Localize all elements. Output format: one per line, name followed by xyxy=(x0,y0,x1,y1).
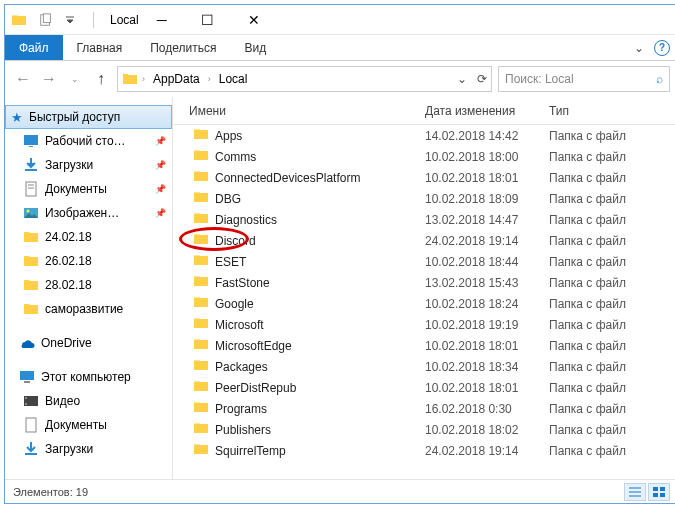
onedrive-icon xyxy=(19,335,35,351)
column-headers[interactable]: Имени Дата изменения Тип xyxy=(173,97,675,125)
file-name: MicrosoftEdge xyxy=(215,339,292,353)
sidebar-item-downloads[interactable]: Загрузки📌 xyxy=(5,153,172,177)
file-row[interactable]: ConnectedDevicesPlatform10.02.2018 18:01… xyxy=(173,167,675,188)
file-name: Diagnostics xyxy=(215,213,277,227)
breadcrumb[interactable]: › AppData › Local ⌄ ⟳ xyxy=(117,66,492,92)
file-type: Папка с файл xyxy=(549,150,675,164)
statusbar: Элементов: 19 xyxy=(5,479,675,503)
file-date: 10.02.2018 18:01 xyxy=(425,171,549,185)
file-row[interactable]: Programs16.02.2018 0:30Папка с файл xyxy=(173,398,675,419)
sidebar-item-folder[interactable]: саморазвитие xyxy=(5,297,172,321)
back-button[interactable]: ← xyxy=(13,69,33,89)
file-name: DBG xyxy=(215,192,241,206)
status-label: Элементов: xyxy=(13,486,73,498)
header-date[interactable]: Дата изменения xyxy=(425,104,549,118)
view-icons-button[interactable] xyxy=(648,483,670,501)
close-button[interactable]: ✕ xyxy=(231,5,277,35)
sidebar-item-label: Быстрый доступ xyxy=(29,110,120,124)
file-row[interactable]: Google10.02.2018 18:24Папка с файл xyxy=(173,293,675,314)
sidebar-item-label: Загрузки xyxy=(45,442,93,456)
pin-icon: 📌 xyxy=(155,160,166,170)
maximize-button[interactable]: ☐ xyxy=(185,5,231,35)
sidebar-item-folder[interactable]: 26.02.18 xyxy=(5,249,172,273)
file-name: Discord xyxy=(215,234,256,248)
file-type: Папка с файл xyxy=(549,318,675,332)
qat-dropdown-icon[interactable] xyxy=(59,9,81,31)
svg-rect-12 xyxy=(25,397,27,399)
search-input[interactable]: Поиск: Local ⌕ xyxy=(498,66,670,92)
header-name[interactable]: Имени xyxy=(173,104,425,118)
crumb-local[interactable]: Local xyxy=(215,72,252,86)
svg-rect-2 xyxy=(24,135,38,145)
folder-icon xyxy=(122,71,138,87)
folder-icon xyxy=(193,231,209,250)
file-row[interactable]: Packages10.02.2018 18:34Папка с файл xyxy=(173,356,675,377)
sidebar-item-label: Загрузки xyxy=(45,158,93,172)
file-name: Publishers xyxy=(215,423,271,437)
minimize-button[interactable]: ─ xyxy=(139,5,185,35)
refresh-icon[interactable]: ⟳ xyxy=(477,72,487,86)
sidebar-item-documents[interactable]: Документы xyxy=(5,413,172,437)
file-name: FastStone xyxy=(215,276,270,290)
file-date: 14.02.2018 14:42 xyxy=(425,129,549,143)
file-row[interactable]: Comms10.02.2018 18:00Папка с файл xyxy=(173,146,675,167)
file-row[interactable]: Microsoft10.02.2018 19:19Папка с файл xyxy=(173,314,675,335)
file-row[interactable]: Discord24.02.2018 19:14Папка с файл xyxy=(173,230,675,251)
sidebar-item-pictures[interactable]: Изображен…📌 xyxy=(5,201,172,225)
tab-file[interactable]: Файл xyxy=(5,35,63,60)
file-row[interactable]: DBG10.02.2018 18:09Папка с файл xyxy=(173,188,675,209)
video-icon xyxy=(23,393,39,409)
svg-rect-3 xyxy=(29,146,33,147)
file-row[interactable]: PeerDistRepub10.02.2018 18:01Папка с фай… xyxy=(173,377,675,398)
forward-button[interactable]: → xyxy=(39,69,59,89)
folder-icon xyxy=(193,273,209,292)
file-row[interactable]: ESET10.02.2018 18:44Папка с файл xyxy=(173,251,675,272)
sidebar-item-label: Изображен… xyxy=(45,206,119,220)
tab-home[interactable]: Главная xyxy=(63,35,137,60)
tab-share[interactable]: Поделиться xyxy=(136,35,230,60)
svg-point-8 xyxy=(27,210,30,213)
file-name: ConnectedDevicesPlatform xyxy=(215,171,360,185)
sidebar-item-documents[interactable]: Документы📌 xyxy=(5,177,172,201)
up-button[interactable]: ↑ xyxy=(91,69,111,89)
pin-icon: 📌 xyxy=(155,136,166,146)
file-row[interactable]: SquirrelTemp24.02.2018 19:14Папка с файл xyxy=(173,440,675,461)
file-date: 10.02.2018 18:02 xyxy=(425,423,549,437)
sidebar[interactable]: ★ Быстрый доступ Рабочий сто…📌 Загрузки📌… xyxy=(5,97,173,479)
sidebar-onedrive[interactable]: OneDrive xyxy=(5,331,172,355)
file-row[interactable]: Apps14.02.2018 14:42Папка с файл xyxy=(173,125,675,146)
recent-dropdown-icon[interactable]: ⌄ xyxy=(65,69,85,89)
file-type: Папка с файл xyxy=(549,276,675,290)
file-row[interactable]: Diagnostics13.02.2018 14:47Папка с файл xyxy=(173,209,675,230)
folder-icon xyxy=(193,336,209,355)
dropdown-icon[interactable]: ⌄ xyxy=(457,72,467,86)
sidebar-item-label: Документы xyxy=(45,418,107,432)
chevron-down-icon[interactable]: ⌄ xyxy=(634,41,644,55)
folder-icon xyxy=(23,253,39,269)
document-icon xyxy=(23,417,39,433)
sidebar-item-folder[interactable]: 24.02.18 xyxy=(5,225,172,249)
chevron-right-icon[interactable]: › xyxy=(208,74,211,84)
file-list[interactable]: Apps14.02.2018 14:42Папка с файлComms10.… xyxy=(173,125,675,479)
svg-rect-9 xyxy=(20,371,34,380)
sidebar-item-downloads[interactable]: Загрузки xyxy=(5,437,172,461)
sidebar-item-desktop[interactable]: Рабочий сто…📌 xyxy=(5,129,172,153)
computer-icon xyxy=(19,369,35,385)
sidebar-item-videos[interactable]: Видео xyxy=(5,389,172,413)
chevron-right-icon[interactable]: › xyxy=(142,74,145,84)
tab-view[interactable]: Вид xyxy=(230,35,280,60)
search-icon[interactable]: ⌕ xyxy=(656,72,663,86)
titlebar[interactable]: Local ─ ☐ ✕ xyxy=(5,5,675,35)
help-icon[interactable]: ? xyxy=(654,40,670,56)
file-row[interactable]: FastStone13.02.2018 15:43Папка с файл xyxy=(173,272,675,293)
file-row[interactable]: Publishers10.02.2018 18:02Папка с файл xyxy=(173,419,675,440)
file-row[interactable]: MicrosoftEdge10.02.2018 18:01Папка с фай… xyxy=(173,335,675,356)
sidebar-item-folder[interactable]: 28.02.18 xyxy=(5,273,172,297)
body: ★ Быстрый доступ Рабочий сто…📌 Загрузки📌… xyxy=(5,97,675,479)
sidebar-this-pc[interactable]: Этот компьютер xyxy=(5,365,172,389)
crumb-appdata[interactable]: AppData xyxy=(149,72,204,86)
view-details-button[interactable] xyxy=(624,483,646,501)
header-type[interactable]: Тип xyxy=(549,104,675,118)
qat-properties-icon[interactable] xyxy=(35,9,57,31)
sidebar-quick-access[interactable]: ★ Быстрый доступ xyxy=(5,105,172,129)
